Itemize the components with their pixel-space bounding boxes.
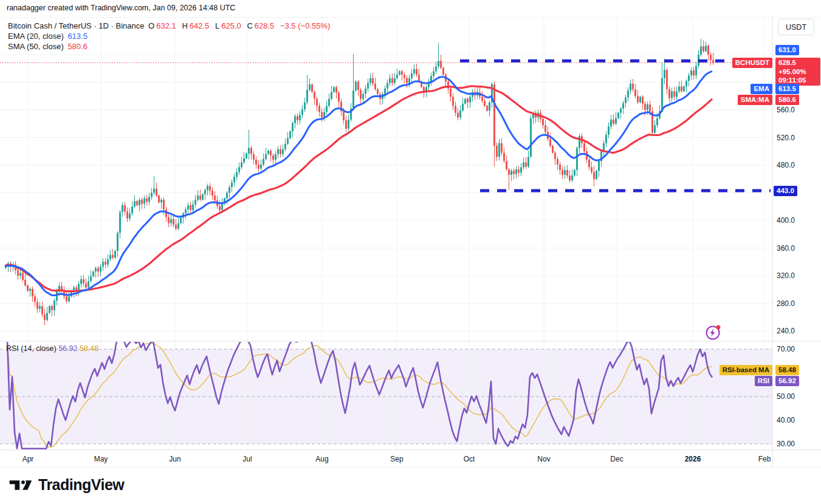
rsi-axis-tag: RSI (755, 376, 772, 386)
svg-text:320.0: 320.0 (777, 271, 795, 280)
sma-legend-label: SMA (50, close) (8, 42, 64, 51)
rsi-ma-axis-value: 58.48 (775, 365, 799, 375)
svg-text:40.00: 40.00 (777, 416, 795, 424)
ema-axis-value: 613.5 (775, 84, 799, 94)
ema-legend-value: 613.5 (67, 32, 88, 41)
ema-line[interactable] (5, 71, 712, 295)
sma-axis-value: 580.6 (775, 95, 799, 105)
candlestick-series (5, 39, 714, 325)
svg-text:Dec: Dec (610, 455, 623, 463)
svg-text:Apr: Apr (22, 455, 34, 463)
tradingview-mark-icon (9, 477, 33, 494)
svg-text:Oct: Oct (464, 455, 475, 463)
svg-text:2026: 2026 (685, 455, 701, 463)
ema-legend[interactable]: EMA (20, close) 613.5 (8, 32, 89, 41)
rsi-legend-label: RSI (14, close) (6, 344, 57, 353)
rsi-axis-value: 56.92 (775, 376, 799, 386)
sma-legend-value: 580.6 (67, 42, 88, 51)
svg-text:560.0: 560.0 (777, 106, 795, 114)
svg-text:480.0: 480.0 (777, 161, 795, 169)
svg-text:Jul: Jul (242, 455, 252, 463)
ema-legend-label: EMA (20, close) (8, 32, 64, 41)
symbol-price-tag: BCHUSDT (732, 58, 772, 68)
ohlc-low: L625.0 (215, 21, 243, 30)
svg-text:Nov: Nov (537, 455, 550, 463)
svg-text:280.0: 280.0 (777, 299, 795, 308)
tradingview-logo-text: TradingView (38, 476, 124, 494)
svg-text:400.0: 400.0 (777, 216, 795, 225)
rsi-legend[interactable]: RSI (14, close) 56.92 58.48 (6, 344, 98, 353)
support-price-label: 443.0 (774, 186, 797, 196)
svg-text:360.0: 360.0 (777, 244, 795, 253)
svg-text:240.0: 240.0 (777, 327, 795, 335)
bolt-glyph (710, 329, 715, 337)
sma-line[interactable] (5, 86, 712, 291)
ohlc-close: C628.5 (247, 21, 276, 30)
rsi-legend-value: 56.92 (58, 344, 77, 353)
ohlc-open: O632.1 (148, 21, 178, 30)
notification-dot (716, 325, 721, 330)
svg-text:520.0: 520.0 (777, 134, 795, 142)
svg-text:Jun: Jun (169, 455, 180, 463)
svg-text:70.00: 70.00 (777, 345, 795, 353)
rsi-ma-legend-value: 58.48 (80, 344, 98, 353)
resistance-price-label: 631.0 (775, 45, 799, 55)
symbol-title: Bitcoin Cash / TetherUS · 1D · Binance (8, 21, 144, 30)
symbol-legend[interactable]: Bitcoin Cash / TetherUS · 1D · Binance O… (8, 21, 332, 30)
svg-text:Aug: Aug (315, 455, 328, 463)
currency-button[interactable]: USDT (778, 19, 814, 35)
svg-text:30.00: 30.00 (777, 440, 795, 448)
change-percent: +95.00% (778, 67, 817, 77)
change-value: −3.5 (−0.55%) (280, 21, 330, 30)
svg-text:50.00: 50.00 (777, 392, 795, 401)
ema-axis-tag: EMA (751, 84, 772, 94)
ohlc-high: H642.5 (182, 21, 211, 30)
svg-text:May: May (94, 455, 108, 463)
last-price-label: 628.5 +95.00% 09:11:05 (775, 58, 820, 86)
tradingview-logo[interactable]: TradingView (9, 476, 124, 494)
sma-axis-tag: SMA:MA (738, 95, 772, 105)
svg-text:Sep: Sep (390, 455, 404, 463)
attribution-text: ranadagger created with TradingView.com,… (7, 4, 235, 12)
flash-trade-icon[interactable] (703, 323, 726, 342)
chart-canvas[interactable]: 560.0520.0480.0400.0360.0320.0280.0240.0… (0, 17, 821, 468)
svg-text:Feb: Feb (758, 455, 771, 463)
sma-legend[interactable]: SMA (50, close) 580.6 (8, 42, 89, 51)
rsi-ma-axis-tag: RSI-based MA (720, 365, 772, 375)
last-price: 628.5 (778, 58, 817, 67)
